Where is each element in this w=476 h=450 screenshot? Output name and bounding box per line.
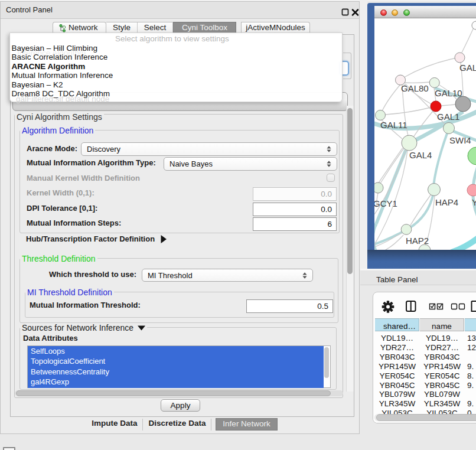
svg-text:GAL80: GAL80 [401, 83, 429, 93]
svg-text:SWI4: SWI4 [449, 135, 471, 145]
svg-text:GAL2: GAL2 [459, 63, 476, 73]
svg-text:GAL10: GAL10 [435, 88, 462, 98]
svg-text:GAL4: GAL4 [409, 150, 432, 160]
svg-text:GAL11: GAL11 [380, 120, 407, 130]
svg-text:HAP4: HAP4 [435, 197, 458, 207]
svg-text:GCY1: GCY1 [374, 198, 397, 208]
svg-text:GAL1: GAL1 [437, 112, 459, 122]
svg-text:HAP2: HAP2 [406, 236, 429, 246]
svg-text:Y: Y [472, 197, 476, 207]
